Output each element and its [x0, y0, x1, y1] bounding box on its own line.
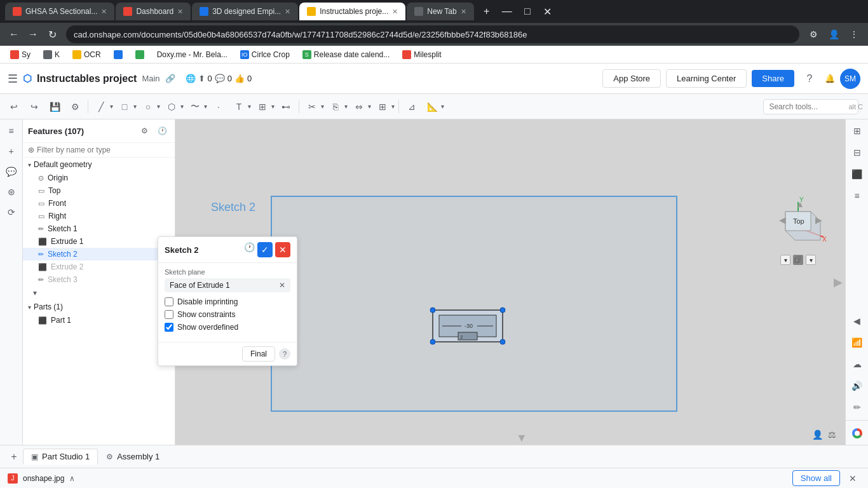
bookmark-sy[interactable]: Sy [5, 49, 36, 60]
side-icon-filter2[interactable]: ⊛ [3, 183, 20, 201]
sketch-confirm-button[interactable]: ✓ [257, 242, 273, 257]
bookmark-blue[interactable] [109, 49, 128, 60]
canvas-bottom-nav[interactable]: ▼ [516, 431, 527, 445]
browser-tab-1[interactable]: GHSA 5A Sectional... ✕ [5, 3, 114, 20]
add-tab-button[interactable]: + [5, 448, 23, 466]
browser-tab-2[interactable]: Dashboard ✕ [116, 3, 191, 20]
option-disable-imprinting[interactable]: Disable imprinting [165, 297, 290, 306]
checkbox-show-constraints[interactable] [165, 310, 173, 319]
sketch-help-icon[interactable]: ? [279, 348, 290, 360]
copy-tool-button[interactable]: ⎘ [327, 98, 344, 116]
tab-close-3[interactable]: ✕ [285, 8, 290, 16]
browser-tab-4[interactable]: Instructables proje... ✕ [299, 3, 405, 20]
notification-chevron-icon[interactable]: ∧ [69, 474, 75, 483]
measure-tool-button[interactable]: 📐 [423, 98, 441, 116]
save-button[interactable]: 💾 [46, 98, 64, 116]
back-button[interactable]: ← [5, 25, 23, 43]
mirror-tool-button[interactable]: ⇔ [350, 98, 368, 116]
feature-clock-icon[interactable]: 🕐 [154, 123, 170, 139]
tab-close-5[interactable]: ✕ [461, 8, 466, 16]
shape-tool-arrow[interactable]: ▾ [180, 103, 184, 110]
hamburger-menu[interactable]: ☰ [8, 72, 18, 86]
bookmark-milesplit[interactable]: Milesplit [397, 49, 446, 60]
point-tool-button[interactable]: · [210, 98, 227, 116]
rectangle-tool-button[interactable]: □ [116, 98, 133, 116]
line-tool-arrow[interactable]: ▾ [110, 103, 113, 110]
final-button[interactable]: Final [242, 346, 275, 362]
trim-tool-button[interactable]: ✂ [303, 98, 321, 116]
feature-item-origin[interactable]: ⊙ Origin [23, 172, 175, 184]
side-icon-add[interactable]: + [3, 142, 20, 160]
tab-close-1[interactable]: ✕ [101, 8, 107, 16]
checkbox-show-overdefined[interactable] [165, 323, 173, 332]
bookmark-green[interactable] [130, 49, 149, 60]
measure-tool-arrow[interactable]: ▾ [441, 103, 444, 110]
checkbox-disable-imprinting[interactable] [165, 297, 173, 306]
rectangle-tool-arrow[interactable]: ▾ [133, 103, 137, 110]
tab-close-2[interactable]: ✕ [177, 8, 183, 16]
profile-button[interactable]: 👤 [825, 25, 843, 43]
link-icon[interactable]: 🔗 [165, 74, 175, 83]
side-icon-history[interactable]: ⟳ [3, 203, 20, 221]
learning-center-button[interactable]: Learning Center [666, 69, 747, 88]
spline-tool-button[interactable]: 〜 [186, 98, 204, 116]
text-tool-button[interactable]: T [230, 98, 248, 116]
bookmark-k[interactable]: K [38, 49, 65, 60]
option-show-constraints[interactable]: Show constraints [165, 310, 290, 319]
right-icon-cloud[interactable]: ☁ [848, 355, 866, 373]
feature-group-header-parts[interactable]: ▾ Parts (1) [23, 300, 175, 314]
shape-tool-button[interactable]: ⬡ [163, 98, 180, 116]
right-icon-3d[interactable]: ⬛ [848, 165, 866, 183]
share-button[interactable]: Share [752, 70, 794, 87]
close-window-button[interactable]: ✕ [539, 3, 557, 20]
feature-item-part1[interactable]: ⬛ Part 1 [23, 314, 175, 327]
feature-item-top[interactable]: ▭ Top [23, 184, 175, 197]
show-all-button[interactable]: Show all [792, 470, 840, 486]
text-tool-arrow[interactable]: ▾ [248, 103, 251, 110]
side-icon-comment[interactable]: 💬 [3, 163, 20, 180]
reload-button[interactable]: ↻ [43, 25, 61, 43]
feature-item-extrude2[interactable]: ⬛ Extrude 2 [23, 261, 175, 273]
view-nav-down-btn[interactable]: ▾ [780, 255, 790, 265]
bottom-tab-part-studio[interactable]: ▣ Part Studio 1 [23, 449, 98, 464]
right-icon-grid[interactable]: ⊞ [848, 122, 866, 140]
right-icon-edit[interactable]: ✏ [848, 398, 866, 416]
minimize-button[interactable]: — [498, 3, 516, 20]
feature-item-sketch2[interactable]: ✏ Sketch 2 [23, 248, 175, 261]
canvas-balance-icon[interactable]: ⚖ [828, 430, 836, 440]
feature-item-extrude1[interactable]: ⬛ Extrude 1 [23, 235, 175, 248]
dimension-button[interactable]: ⊷ [277, 98, 295, 116]
spline-tool-arrow[interactable]: ▾ [204, 103, 207, 110]
feature-item-right[interactable]: ▭ Right [23, 210, 175, 222]
right-icon-volume[interactable]: 🔊 [848, 377, 866, 395]
pattern-tool-button[interactable]: ⊞ [374, 98, 391, 116]
redo-button[interactable]: ↪ [25, 98, 43, 116]
extensions-button[interactable]: ⚙ [804, 25, 822, 43]
browser-tab-5[interactable]: New Tab ✕ [407, 3, 473, 20]
project-tool-button[interactable]: ⊞ [254, 98, 271, 116]
view-settings-btn[interactable]: ▾ [806, 255, 816, 265]
filter-input[interactable] [37, 146, 170, 154]
copy-tool-arrow[interactable]: ▾ [344, 103, 348, 110]
right-icon-wifi[interactable]: 📶 [848, 334, 866, 351]
line-tool-button[interactable]: ╱ [92, 98, 110, 116]
search-tools-input[interactable] [763, 99, 858, 114]
tab-close-4[interactable]: ✕ [392, 8, 398, 16]
user-avatar[interactable]: SM [840, 69, 860, 89]
bookmark-ocr[interactable]: OCR [67, 49, 106, 60]
feature-item-front[interactable]: ▭ Front [23, 197, 175, 210]
help-button[interactable]: ? [799, 69, 820, 89]
bookmark-s[interactable]: S Release date calend... [297, 49, 395, 60]
address-input[interactable] [66, 25, 799, 43]
new-tab-button[interactable]: + [478, 3, 496, 20]
bookmark-io[interactable]: IO Cirlce Crop [235, 49, 295, 60]
settings-button[interactable]: ⚙ [66, 98, 84, 116]
option-show-overdefined[interactable]: Show overdefined [165, 323, 290, 332]
right-icon-list[interactable]: ≡ [848, 187, 866, 205]
notification-close-button[interactable]: ✕ [845, 471, 860, 486]
feature-configure-icon[interactable]: ⚙ [137, 123, 152, 139]
notifications-icon[interactable]: 🔔 [825, 74, 835, 83]
circle-tool-button[interactable]: ○ [139, 98, 157, 116]
forward-button[interactable]: → [24, 25, 42, 43]
browser-tab-3[interactable]: 3D designed Empi... ✕ [192, 3, 298, 20]
